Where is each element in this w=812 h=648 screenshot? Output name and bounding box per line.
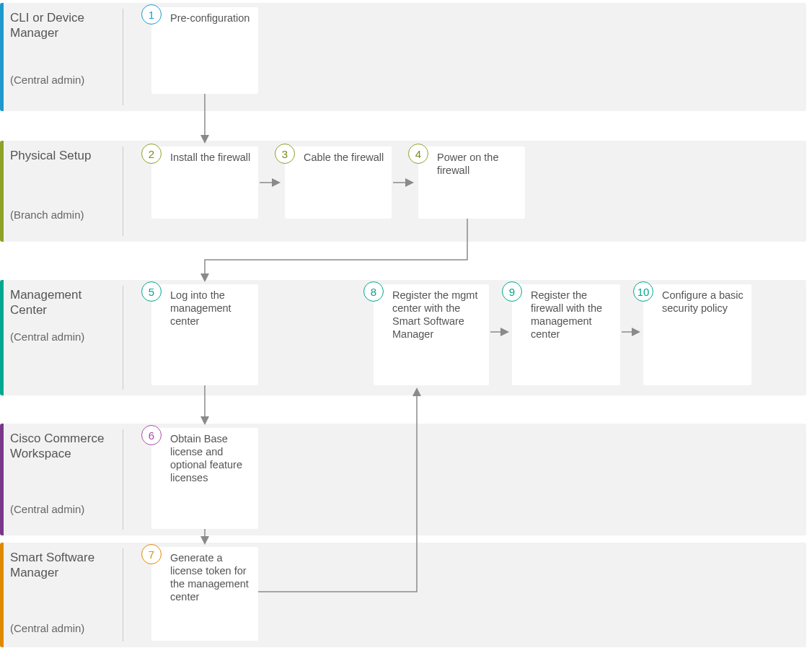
- step-badge: 9: [502, 281, 522, 302]
- lane-subtitle: (Branch admin): [10, 209, 118, 221]
- step-text: Log into the management center: [170, 289, 252, 328]
- step-1-preconfig: 1 Pre-configura­tion: [151, 7, 258, 94]
- lane-accent: [0, 543, 4, 647]
- lane-physical: Physical Setup (Branch admin): [0, 141, 806, 242]
- step-text: Generate a license token for the managem…: [170, 551, 252, 604]
- lane-title: Cisco Commerce Workspace: [10, 431, 115, 462]
- step-8-register-mgmt: 8 Register the mgmt center with the Smar…: [374, 284, 489, 385]
- step-badge: 1: [141, 4, 162, 25]
- step-text: Configure a basic security policy: [662, 289, 746, 315]
- step-10-basic-policy: 10 Configure a basic security policy: [643, 284, 751, 385]
- lane-accent: [0, 3, 4, 111]
- step-badge: 3: [275, 144, 295, 164]
- lane-subtitle: (Central admin): [10, 503, 118, 515]
- lane-title: Smart Software Manager: [10, 550, 115, 581]
- step-badge: 5: [141, 281, 162, 302]
- step-badge: 10: [633, 281, 653, 302]
- step-badge: 4: [408, 144, 428, 164]
- lane-subtitle: (Central admin): [10, 330, 118, 343]
- step-5-login-mgmt: 5 Log into the management center: [151, 284, 258, 385]
- lane-smart-sw: Smart Software Manager (Central admin): [0, 543, 806, 647]
- lane-divider: [123, 429, 123, 530]
- step-badge: 7: [141, 544, 162, 564]
- step-4-power-on: 4 Power on the firewall: [418, 146, 525, 219]
- step-text: Pre-configura­tion: [170, 12, 252, 25]
- lane-divider: [123, 286, 123, 390]
- step-9-register-fw: 9 Register the firewall with the manage­…: [512, 284, 620, 385]
- lane-cli: CLI or Device Manager (Central admin): [0, 3, 806, 111]
- step-2-install-firewall: 2 Install the firewall: [151, 146, 258, 219]
- step-text: Install the firewall: [170, 151, 252, 164]
- lane-commerce: Cisco Commerce Workspace (Central admin): [0, 424, 806, 535]
- step-text: Obtain Base license and optional feature…: [170, 432, 252, 485]
- step-6-obtain-license: 6 Obtain Base license and optional featu…: [151, 428, 258, 529]
- lane-accent: [0, 424, 4, 535]
- lane-divider: [123, 548, 123, 642]
- lane-title: CLI or Device Manager: [10, 10, 115, 41]
- step-7-generate-token: 7 Generate a license token for the manag…: [151, 547, 258, 641]
- lane-subtitle: (Central admin): [10, 622, 118, 634]
- lane-title: Management Center: [10, 287, 115, 318]
- step-text: Register the firewall with the manage­me…: [531, 289, 614, 341]
- step-3-cable-firewall: 3 Cable the firewall: [285, 146, 392, 219]
- lane-divider: [123, 9, 123, 105]
- step-text: Register the mgmt center with the Smart …: [392, 289, 483, 341]
- step-text: Cable the firewall: [304, 151, 386, 164]
- lane-accent: [0, 141, 4, 242]
- step-badge: 2: [141, 144, 162, 164]
- step-badge: 6: [141, 425, 162, 445]
- lane-divider: [123, 146, 123, 236]
- lane-subtitle: (Central admin): [10, 74, 118, 86]
- lane-title: Physical Setup: [10, 148, 115, 163]
- lane-accent: [0, 280, 4, 395]
- step-text: Power on the firewall: [437, 151, 519, 177]
- step-badge: 8: [363, 281, 384, 302]
